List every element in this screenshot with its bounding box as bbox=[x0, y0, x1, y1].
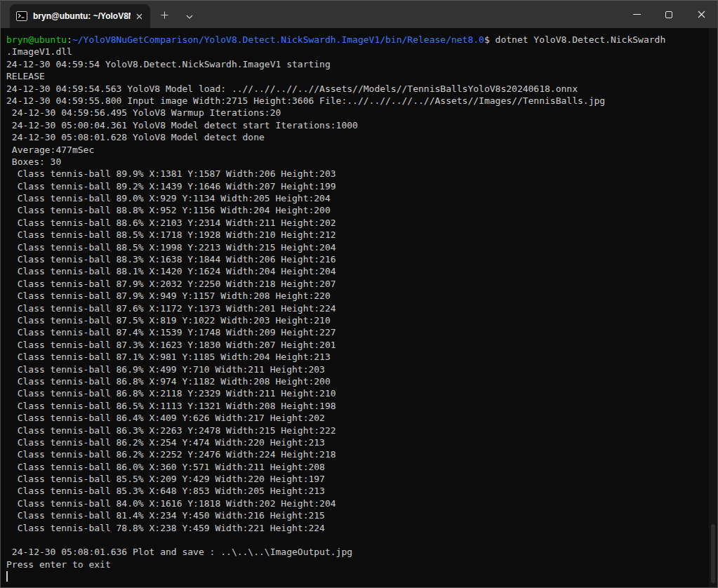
detection-line: Class tennis-ball 87.1% X:981 Y:1185 Wid… bbox=[6, 351, 707, 363]
detection-line: Class tennis-ball 86.2% X:254 Y:474 Widt… bbox=[6, 436, 707, 448]
terminal-output[interactable]: bryn@ubuntu:~/YoloV8NuGetComparison/Yolo… bbox=[1, 28, 717, 587]
detection-line: Class tennis-ball 86.8% X:974 Y:1182 Wid… bbox=[6, 375, 707, 387]
new-tab-button[interactable] bbox=[153, 4, 175, 25]
prompt-separator: : bbox=[67, 34, 72, 45]
detection-line: Class tennis-ball 87.9% X:949 Y:1157 Wid… bbox=[6, 290, 707, 302]
prompt-user: bryn@ubuntu bbox=[6, 34, 67, 45]
prompt-path: ~/YoloV8NuGetComparison/YoloV8.Detect.Ni… bbox=[72, 34, 484, 45]
detection-line: Class tennis-ball 89.9% X:1381 Y:1587 Wi… bbox=[6, 168, 707, 180]
detection-line: Class tennis-ball 81.4% X:234 Y:450 Widt… bbox=[6, 509, 707, 521]
scrollbar-thumb[interactable] bbox=[711, 524, 715, 583]
prompt-command: $ dotnet YoloV8.Detect.NickSwardh bbox=[484, 34, 665, 45]
log-line: Average:477mSec bbox=[6, 144, 707, 156]
detection-line: Class tennis-ball 87.5% X:819 Y:1022 Wid… bbox=[6, 314, 707, 326]
detection-line: Class tennis-ball 85.3% X:648 Y:853 Widt… bbox=[6, 485, 707, 497]
command-wrap-line: .ImageV1.dll bbox=[6, 46, 707, 58]
text-cursor bbox=[6, 571, 8, 582]
detection-line: Class tennis-ball 86.3% X:2263 Y:2478 Wi… bbox=[6, 425, 707, 436]
detection-line: Class tennis-ball 87.6% X:1172 Y:1373 Wi… bbox=[6, 302, 707, 314]
detection-line: Class tennis-ball 89.0% X:929 Y:1134 Wid… bbox=[6, 192, 707, 204]
detection-line: Class tennis-ball 86.5% X:1113 Y:1321 Wi… bbox=[6, 400, 707, 412]
blank-line bbox=[6, 534, 707, 546]
plus-icon bbox=[161, 8, 168, 22]
detection-line: Class tennis-ball 86.9% X:499 Y:710 Widt… bbox=[6, 363, 707, 375]
detection-line: Class tennis-ball 86.0% X:360 Y:571 Widt… bbox=[6, 461, 707, 473]
minimize-icon bbox=[633, 14, 641, 15]
minimize-button[interactable] bbox=[620, 1, 653, 28]
detection-line: Class tennis-ball 88.5% X:1998 Y:2213 Wi… bbox=[6, 241, 707, 253]
detection-line: Class tennis-ball 88.8% X:952 Y:1156 Wid… bbox=[6, 204, 707, 216]
detection-line: Class tennis-ball 85.5% X:209 Y:429 Widt… bbox=[6, 473, 707, 485]
tab-active[interactable]: bryn@ubuntu: ~/YoloV8NuGe bbox=[10, 4, 150, 28]
chevron-down-icon bbox=[186, 8, 193, 22]
maximize-button[interactable] bbox=[653, 1, 685, 28]
cursor-line bbox=[6, 570, 707, 582]
log-line: RELEASE bbox=[6, 70, 707, 82]
detection-line: Class tennis-ball 78.8% X:238 Y:459 Widt… bbox=[6, 522, 707, 534]
detection-line: Class tennis-ball 88.6% X:2103 Y:2314 Wi… bbox=[6, 217, 707, 229]
log-line: Boxes: 30 bbox=[6, 156, 707, 168]
detection-line: Class tennis-ball 87.4% X:1539 Y:1748 Wi… bbox=[6, 326, 707, 338]
detection-line: Class tennis-ball 88.5% X:1718 Y:1928 Wi… bbox=[6, 229, 707, 241]
terminal-window: bryn@ubuntu: ~/YoloV8NuGe bbox=[0, 0, 718, 588]
log-line: 24-12-30 05:00:04.361 YoloV8 Model detec… bbox=[6, 119, 707, 131]
detection-line: Class tennis-ball 86.4% X:409 Y:626 Widt… bbox=[6, 412, 707, 424]
detection-line: Class tennis-ball 86.8% X:2118 Y:2329 Wi… bbox=[6, 387, 707, 399]
tab-title: bryn@ubuntu: ~/YoloV8NuGe bbox=[33, 11, 131, 21]
tab-close-icon[interactable] bbox=[131, 8, 147, 25]
detection-line: Class tennis-ball 87.9% X:2032 Y:2250 Wi… bbox=[6, 278, 707, 290]
detection-line: Class tennis-ball 88.1% X:1420 Y:1624 Wi… bbox=[6, 265, 707, 277]
window-controls bbox=[620, 1, 717, 28]
terminal-lines: bryn@ubuntu:~/YoloV8NuGetComparison/Yolo… bbox=[6, 34, 707, 583]
prompt-line: bryn@ubuntu:~/YoloV8NuGetComparison/Yolo… bbox=[6, 34, 707, 46]
cmd-terminal-icon bbox=[16, 11, 27, 21]
titlebar[interactable]: bryn@ubuntu: ~/YoloV8NuGe bbox=[1, 1, 717, 28]
log-line: 24-12-30 04:59:55.800 Input image Width:… bbox=[6, 95, 707, 107]
detection-line: Class tennis-ball 88.3% X:1638 Y:1844 Wi… bbox=[6, 253, 707, 265]
log-line: 24-12-30 04:59:56.495 YoloV8 Warmup Iter… bbox=[6, 107, 707, 119]
detection-line: Class tennis-ball 86.2% X:2252 Y:2476 Wi… bbox=[6, 448, 707, 460]
log-line: 24-12-30 04:59:54.563 YoloV8 Model load:… bbox=[6, 83, 707, 95]
tab-dropdown-button[interactable] bbox=[178, 4, 201, 25]
maximize-icon bbox=[665, 11, 672, 18]
log-line: Press enter to exit bbox=[6, 559, 707, 570]
log-line: 24-12-30 04:59:54 YoloV8.Detect.NickSwar… bbox=[6, 58, 707, 70]
detection-line: Class tennis-ball 87.3% X:1623 Y:1830 Wi… bbox=[6, 339, 707, 351]
log-line: 24-12-30 05:08:01.636 Plot and save : ..… bbox=[6, 546, 707, 558]
detection-line: Class tennis-ball 84.0% X:1616 Y:1818 Wi… bbox=[6, 497, 707, 509]
close-button[interactable] bbox=[685, 1, 717, 28]
scrollbar[interactable] bbox=[709, 28, 717, 587]
detection-line: Class tennis-ball 89.2% X:1439 Y:1646 Wi… bbox=[6, 180, 707, 192]
log-line: 24-12-30 05:08:01.628 YoloV8 Model detec… bbox=[6, 131, 707, 143]
close-icon bbox=[698, 8, 705, 21]
